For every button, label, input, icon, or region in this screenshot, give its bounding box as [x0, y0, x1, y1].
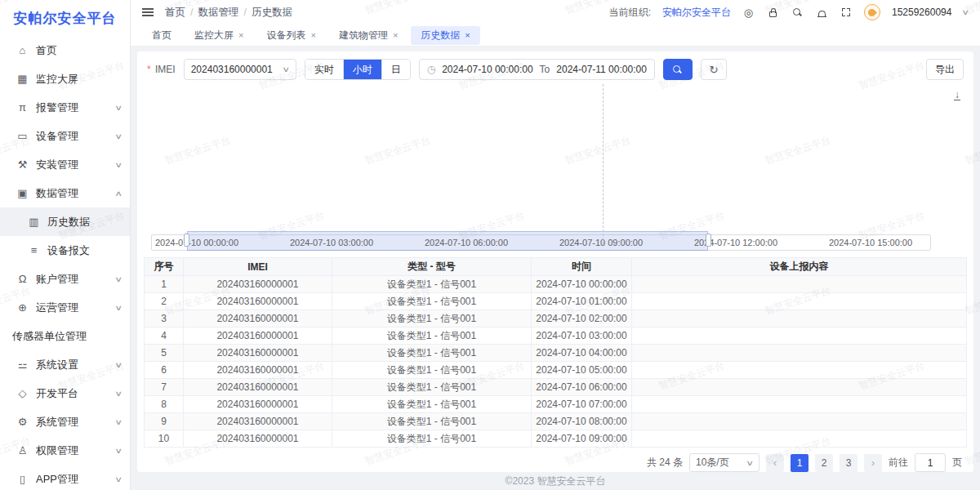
tab-device-list[interactable]: 设备列表×: [256, 26, 325, 45]
footer-copyright: ©2023 智慧安全云平台: [137, 472, 973, 490]
cell-time: 2024-07-10 02:00:00: [532, 310, 632, 327]
cell-imei: 202403160000001: [184, 276, 332, 293]
chevron-down-icon: ∨: [115, 418, 123, 426]
cell-seq: 2: [145, 293, 184, 310]
lock-icon[interactable]: [767, 7, 779, 19]
cell-report-content: [632, 345, 967, 362]
tab-close-icon[interactable]: ×: [465, 30, 470, 40]
cell-type-model: 设备类型1 - 信号001: [332, 413, 532, 430]
next-page-button[interactable]: ›: [864, 454, 882, 472]
required-asterisk: *: [147, 64, 151, 75]
imei-label: * IMEI: [147, 64, 176, 75]
cell-imei: 202403160000001: [184, 379, 332, 396]
tab-monitor-screen[interactable]: 监控大屏×: [185, 26, 253, 45]
chevron-down-icon: ∨: [115, 275, 123, 283]
sidebar-item-settings[interactable]: ⚍系统设置∨: [0, 350, 130, 379]
sidebar-menu: ⌂首页▦监控大屏π报警管理∨▭设备管理∨⚒安装管理∨▣数据管理∧▥历史数据≡设备…: [0, 36, 130, 490]
sidebar-item-alarm[interactable]: π报警管理∨: [0, 93, 130, 122]
sidebar-item-home[interactable]: ⌂首页: [0, 36, 130, 65]
datazoom-handle-right[interactable]: [706, 234, 711, 247]
search-icon[interactable]: [791, 7, 804, 19]
data-icon: ▣: [16, 187, 29, 199]
time-mode-group: 实时小时日: [305, 59, 411, 80]
chevron-down-icon: ∨: [746, 459, 755, 467]
avatar[interactable]: [864, 4, 880, 20]
tab-home[interactable]: 首页: [142, 26, 181, 45]
sidebar-item-app[interactable]: ▯APP管理∨: [0, 465, 130, 490]
sidebar-item-label: 监控大屏: [36, 72, 122, 87]
user-phone[interactable]: 15259260094: [892, 7, 951, 18]
axis-pointer-line: [603, 84, 604, 244]
mode-button-日[interactable]: 日: [382, 60, 410, 79]
cell-time: 2024-07-10 05:00:00: [532, 362, 632, 379]
account-icon: Ω: [16, 273, 29, 285]
page-button-2[interactable]: 2: [815, 454, 833, 472]
sidebar-item-device[interactable]: ▭设备管理∨: [0, 122, 130, 150]
cell-report-content: [632, 327, 967, 345]
refresh-button[interactable]: ↻: [701, 59, 727, 80]
device-icon: ▭: [16, 130, 29, 142]
breadcrumb-data-management[interactable]: 数据管理: [198, 6, 238, 20]
home-icon: ⌂: [16, 44, 29, 56]
bell-icon[interactable]: [816, 7, 828, 19]
imei-select[interactable]: 202403160000001 ∨: [184, 59, 296, 80]
cell-report-content: [632, 379, 967, 396]
tab-label: 设备列表: [266, 29, 305, 42]
date-to-value[interactable]: 2024-07-11 00:00:00: [556, 64, 647, 75]
search-icon: [673, 65, 682, 74]
fullscreen-icon[interactable]: [840, 7, 853, 19]
tab-history-data[interactable]: 历史数据×: [411, 26, 479, 45]
sidebar-item-account[interactable]: Ω账户管理∨: [0, 265, 130, 293]
tab-label: 建筑物管理: [339, 29, 388, 42]
search-button[interactable]: [663, 59, 693, 80]
develop-icon: ◇: [16, 387, 29, 399]
tab-close-icon[interactable]: ×: [238, 30, 243, 40]
date-range-picker[interactable]: ◷ 2024-07-10 00:00:00 To 2024-07-11 00:0…: [419, 59, 655, 80]
cell-report-content: [632, 310, 967, 327]
tab-building-management[interactable]: 建筑物管理×: [329, 26, 408, 45]
history-chart: [144, 82, 967, 223]
date-to-label: To: [540, 64, 550, 75]
chevron-up-icon: ∧: [115, 189, 123, 198]
page-size-select[interactable]: 10条/页 ∨: [689, 453, 760, 472]
sidebar-item-label: 系统设置: [36, 358, 116, 372]
goto-page-input[interactable]: 1: [915, 453, 946, 472]
locate-icon[interactable]: ◎: [742, 7, 755, 19]
mode-button-实时[interactable]: 实时: [305, 60, 344, 79]
date-from-value[interactable]: 2024-07-10 00:00:00: [442, 64, 532, 75]
goto-label: 前往: [889, 456, 908, 470]
sidebar-item-history-data[interactable]: ▥历史数据: [0, 207, 130, 236]
sidebar-item-sensor-unit[interactable]: 传感器单位管理: [0, 322, 130, 350]
alarm-icon: π: [16, 101, 29, 114]
operation-icon: ⊕: [16, 301, 29, 314]
sidebar-item-data[interactable]: ▣数据管理∧: [0, 179, 130, 207]
cell-imei: 202403160000001: [184, 396, 332, 413]
export-button[interactable]: 导出: [926, 59, 964, 80]
sidebar-item-device-message[interactable]: ≡设备报文: [0, 236, 130, 265]
chevron-down-icon: ∨: [115, 361, 123, 369]
mode-button-小时[interactable]: 小时: [344, 60, 382, 79]
table-row: 6202403160000001设备类型1 - 信号0012024-07-10 …: [145, 362, 967, 379]
sidebar-item-permission[interactable]: ♙权限管理∨: [0, 436, 130, 465]
breadcrumb-home[interactable]: 首页: [165, 6, 185, 20]
sidebar-item-operation[interactable]: ⊕运营管理∨: [0, 293, 130, 322]
install-icon: ⚒: [16, 158, 29, 171]
datazoom-slider[interactable]: 2024-07-10 00:00:002024-07-10 03:00:0020…: [151, 234, 931, 251]
page-button-3[interactable]: 3: [840, 454, 858, 472]
sidebar-item-develop[interactable]: ◇开发平台∨: [0, 379, 130, 408]
current-org-value[interactable]: 安帕尔安全平台: [662, 6, 731, 20]
sidebar-item-install[interactable]: ⚒安装管理∨: [0, 150, 130, 179]
datazoom-handle-left[interactable]: [184, 234, 189, 247]
cell-time: 2024-07-10 06:00:00: [532, 379, 632, 396]
sidebar-item-label: 运营管理: [36, 301, 116, 315]
sidebar-item-system[interactable]: ⚙系统管理∨: [0, 408, 130, 436]
tab-close-icon[interactable]: ×: [310, 30, 315, 40]
page-button-1[interactable]: 1: [791, 454, 808, 472]
sidebar-item-monitor[interactable]: ▦监控大屏: [0, 65, 130, 93]
tab-close-icon[interactable]: ×: [393, 30, 398, 40]
tab-label: 历史数据: [421, 29, 460, 42]
prev-page-button[interactable]: ‹: [766, 454, 784, 472]
user-menu-chevron-icon[interactable]: ∨: [962, 8, 970, 16]
menu-collapse-icon[interactable]: [142, 11, 154, 13]
cell-report-content: [632, 396, 967, 413]
